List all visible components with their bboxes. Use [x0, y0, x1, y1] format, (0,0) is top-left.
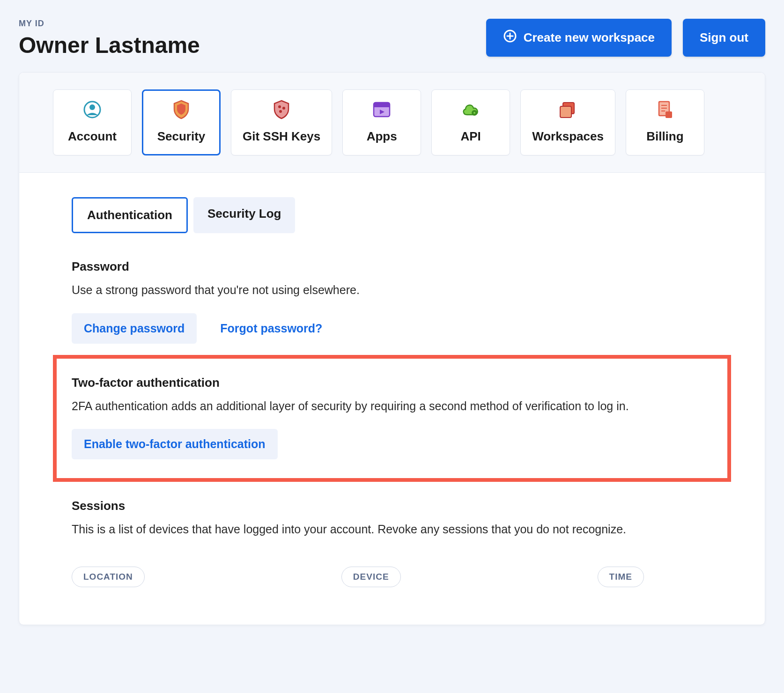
sessions-desc: This is a list of devices that have logg…	[72, 521, 712, 538]
password-desc: Use a strong password that you're not us…	[72, 281, 712, 299]
svg-point-4	[89, 104, 95, 110]
svg-rect-19	[666, 111, 672, 118]
svg-point-7	[279, 110, 282, 113]
receipt-icon	[655, 99, 675, 120]
user-circle-icon	[82, 99, 103, 120]
sessions-col-time[interactable]: TIME	[598, 567, 644, 587]
nav-label: Account	[68, 129, 117, 144]
sign-out-label: Sign out	[700, 30, 748, 45]
svg-rect-9	[374, 103, 390, 107]
nav-label: Git SSH Keys	[243, 129, 320, 144]
nav-card-billing[interactable]: Billing	[626, 89, 704, 155]
two-factor-desc: 2FA authentication adds an additional la…	[72, 398, 712, 415]
my-id-eyebrow: MY ID	[19, 19, 200, 29]
nav-label: Billing	[646, 129, 683, 144]
nav-label: API	[461, 129, 481, 144]
sessions-col-device[interactable]: DEVICE	[341, 567, 401, 587]
sessions-columns: LOCATION DEVICE TIME	[72, 567, 712, 587]
app-window-icon	[371, 99, 392, 120]
owner-name: Owner Lastname	[19, 32, 200, 58]
two-factor-highlight: Two-factor authentication 2FA authentica…	[53, 355, 731, 482]
plus-circle-icon	[503, 29, 517, 46]
subtab-row: Authentication Security Log	[72, 197, 712, 233]
nav-card-api[interactable]: API	[431, 89, 510, 155]
nav-card-security[interactable]: Security	[142, 89, 221, 155]
svg-point-12	[473, 112, 475, 114]
two-factor-title: Two-factor authentication	[72, 376, 712, 390]
sessions-col-location[interactable]: LOCATION	[72, 567, 145, 587]
sessions-section: Sessions This is a list of devices that …	[72, 499, 712, 587]
nav-card-apps[interactable]: Apps	[342, 89, 421, 155]
settings-nav: Account Security Git SSH Keys	[19, 73, 765, 173]
enable-2fa-button[interactable]: Enable two-factor authentication	[72, 429, 278, 459]
sessions-title: Sessions	[72, 499, 712, 513]
create-workspace-button[interactable]: Create new workspace	[486, 19, 672, 57]
cloud-gear-icon	[460, 99, 481, 120]
forgot-password-link[interactable]: Forgot password?	[215, 313, 327, 344]
create-workspace-label: Create new workspace	[524, 30, 655, 45]
shield-icon	[171, 99, 192, 120]
svg-rect-14	[560, 106, 571, 118]
nav-card-gitssh[interactable]: Git SSH Keys	[231, 89, 332, 155]
settings-panel: Account Security Git SSH Keys	[19, 72, 765, 625]
svg-point-6	[282, 107, 285, 110]
shield-dots-icon	[271, 99, 292, 120]
subtab-authentication[interactable]: Authentication	[72, 197, 188, 233]
nav-label: Security	[157, 129, 206, 144]
password-title: Password	[72, 259, 712, 274]
subtab-security-log[interactable]: Security Log	[193, 197, 295, 233]
nav-label: Workspaces	[532, 129, 604, 144]
password-section: Password Use a strong password that you'…	[72, 259, 712, 344]
nav-card-workspaces[interactable]: Workspaces	[520, 89, 615, 155]
nav-label: Apps	[367, 129, 397, 144]
svg-point-5	[278, 105, 281, 108]
nav-card-account[interactable]: Account	[53, 89, 132, 155]
stacked-docs-icon	[558, 99, 578, 120]
change-password-button[interactable]: Change password	[72, 313, 197, 344]
sign-out-button[interactable]: Sign out	[683, 19, 765, 57]
